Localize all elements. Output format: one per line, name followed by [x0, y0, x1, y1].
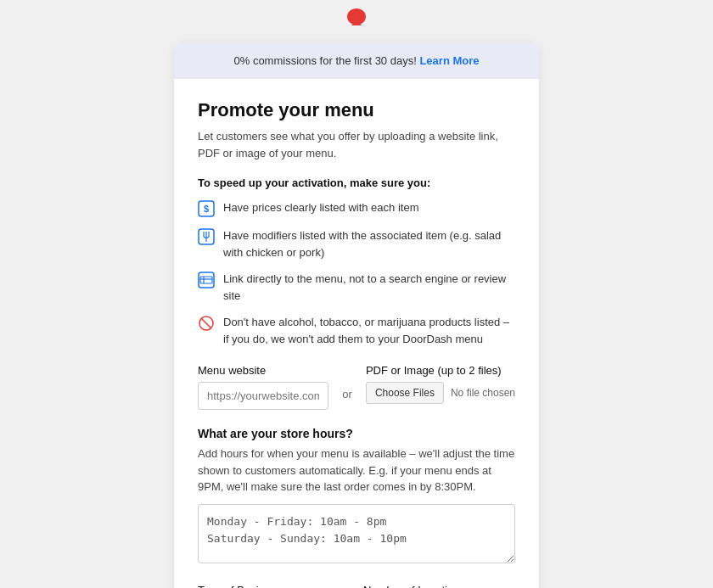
list-item: $ Have prices clearly listed with each i… — [198, 199, 515, 217]
promo-text: 0% commissions for the first 30 days! — [233, 54, 416, 67]
choose-files-button[interactable]: Choose Files — [366, 382, 444, 404]
menu-website-label: Menu website — [198, 364, 328, 377]
main-card: 0% commissions for the first 30 days! Le… — [174, 42, 539, 588]
checklist: $ Have prices clearly listed with each i… — [198, 199, 515, 347]
store-hours-section: What are your store hours? Add hours for… — [198, 427, 515, 567]
doordash-logo — [340, 7, 373, 27]
list-item: Don't have alcohol, tobacco, or marijuan… — [198, 314, 515, 347]
store-hours-textarea[interactable]: Monday - Friday: 10am - 8pm Saturday - S… — [198, 504, 515, 563]
card-body: Promote your menu Let customers see what… — [174, 79, 539, 588]
type-of-business-label: Type of Business — [198, 584, 350, 589]
checklist-label: To speed up your activation, make sure y… — [198, 176, 515, 189]
checklist-item-text-1: Have prices clearly listed with each ite… — [223, 199, 418, 216]
link-icon — [198, 272, 215, 288]
file-upload-row: Choose Files No file chosen — [366, 382, 515, 404]
promo-banner: 0% commissions for the first 30 days! Le… — [174, 42, 539, 79]
logo-area — [0, 0, 713, 34]
type-of-business-group: Type of Business Select a Type Restauran… — [198, 584, 350, 589]
svg-rect-7 — [200, 277, 212, 283]
svg-rect-6 — [199, 272, 214, 288]
fork-icon — [198, 228, 215, 245]
store-hours-description: Add hours for when your menu is availabl… — [198, 445, 515, 496]
svg-text:$: $ — [204, 204, 209, 214]
number-of-locations-group: Number of Locations Select a Number 1 2-… — [363, 584, 515, 589]
menu-website-input[interactable] — [198, 382, 328, 410]
file-upload-group: PDF or Image (up to 2 files) Choose File… — [366, 364, 515, 404]
number-of-locations-label: Number of Locations — [363, 584, 515, 589]
menu-upload-row: Menu website or PDF or Image (up to 2 fi… — [198, 364, 515, 410]
page-subtitle: Let customers see what you offer by uplo… — [198, 128, 515, 161]
list-item: Have modifiers listed with the associate… — [198, 227, 515, 260]
page-title: Promote your menu — [198, 99, 515, 121]
checklist-item-text-2: Have modifiers listed with the associate… — [223, 227, 515, 260]
store-hours-title: What are your store hours? — [198, 427, 515, 440]
file-upload-label: PDF or Image (up to 2 files) — [366, 364, 515, 377]
menu-website-group: Menu website — [198, 364, 328, 410]
checklist-item-text-4: Don't have alcohol, tobacco, or marijuan… — [223, 314, 515, 347]
checklist-item-text-3: Link directly to the menu, not to a sear… — [223, 271, 515, 304]
no-file-text: No file chosen — [451, 387, 515, 399]
no-icon — [198, 315, 215, 332]
dollar-icon: $ — [198, 200, 215, 217]
or-separator: or — [342, 388, 352, 400]
svg-line-11 — [201, 318, 211, 328]
list-item: Link directly to the menu, not to a sear… — [198, 271, 515, 304]
learn-more-link[interactable]: Learn More — [419, 54, 479, 67]
business-row: Type of Business Select a Type Restauran… — [198, 584, 515, 589]
